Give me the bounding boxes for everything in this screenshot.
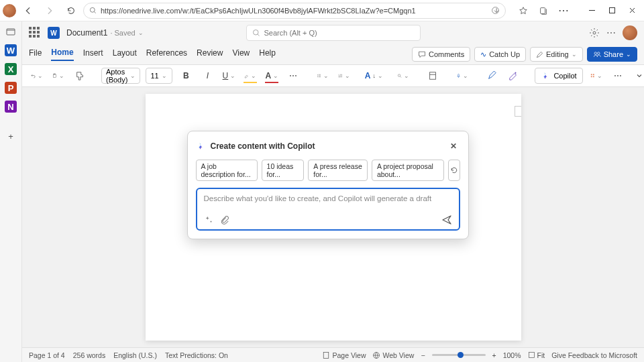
browser-menu-button[interactable]: ⋯	[554, 1, 573, 20]
svg-point-1	[492, 7, 499, 14]
tab-layout[interactable]: Layout	[113, 48, 137, 60]
send-button[interactable]	[441, 215, 452, 225]
svg-point-8	[597, 52, 599, 54]
tab-view[interactable]: View	[232, 48, 250, 60]
powerpoint-app-icon[interactable]: P	[5, 82, 17, 94]
chevron-down-icon: ⌄	[138, 29, 144, 36]
refresh-button[interactable]	[62, 1, 80, 20]
copilot-popover: Create content with Copilot ✕ A job desc…	[187, 131, 469, 239]
dictate-button[interactable]: ⌄	[454, 68, 470, 84]
app-launcher-icon[interactable]	[29, 27, 41, 39]
address-bar[interactable]	[83, 3, 506, 19]
underline-button[interactable]: U⌄	[221, 68, 237, 84]
svg-rect-16	[458, 74, 460, 76]
format-painter-button[interactable]	[72, 68, 88, 84]
italic-button[interactable]: I	[199, 68, 215, 84]
highlight-button[interactable]: ⌄	[242, 68, 258, 84]
refresh-suggestions-button[interactable]	[448, 160, 460, 181]
profile-avatar[interactable]	[3, 4, 16, 17]
svg-rect-18	[591, 76, 592, 77]
zoom-level[interactable]: 100%	[503, 351, 521, 359]
tab-home[interactable]: Home	[51, 48, 73, 61]
onenote-app-icon[interactable]: N	[5, 101, 17, 113]
word-count[interactable]: 256 words	[73, 351, 105, 359]
chip-job-description[interactable]: A job description for...	[196, 160, 258, 181]
excel-app-icon[interactable]: X	[5, 63, 17, 75]
add-app-icon[interactable]: +	[5, 130, 17, 142]
copilot-suggestions: A job description for... 10 ideas for...…	[196, 160, 460, 181]
designer-button[interactable]	[425, 68, 441, 84]
zoom-in-button[interactable]: +	[492, 351, 496, 359]
back-button[interactable]	[19, 1, 38, 20]
web-view-button[interactable]: Web View	[372, 351, 414, 359]
more-ribbon-button[interactable]: ⋯	[610, 68, 626, 84]
page-view-button[interactable]: Page View	[322, 351, 366, 359]
bold-button[interactable]: B	[178, 68, 194, 84]
zoom-out-button[interactable]: −	[421, 351, 425, 359]
more-font-button[interactable]: ⋯	[285, 68, 301, 84]
more-icon[interactable]: ⋯	[606, 27, 616, 38]
tab-review[interactable]: Review	[197, 48, 223, 60]
chip-proposal[interactable]: A project proposal about...	[372, 160, 444, 181]
sparkle-icon[interactable]	[204, 215, 213, 225]
collapse-ribbon-button[interactable]	[631, 68, 644, 84]
page-indicator[interactable]: Page 1 of 4	[29, 351, 65, 359]
favorites-button[interactable]	[514, 1, 533, 20]
lock-icon	[89, 7, 97, 14]
styles-button[interactable]: A↓⌄	[366, 68, 382, 84]
share-button[interactable]: Share⌄	[587, 47, 637, 62]
font-color-button[interactable]: A⌄	[264, 68, 280, 84]
editor-button[interactable]	[484, 68, 500, 84]
search-box[interactable]: Search (Alt + Q)	[246, 25, 421, 41]
svg-point-14	[398, 74, 401, 77]
find-button[interactable]: ⌄	[395, 68, 411, 84]
url-input[interactable]	[101, 7, 487, 15]
language-indicator[interactable]: English (U.S.)	[113, 351, 157, 359]
copilot-ribbon-button[interactable]: Copilot	[535, 68, 582, 84]
font-size-select[interactable]: 11⌄	[146, 68, 172, 84]
app-rail: W X P N +	[0, 21, 22, 362]
bullets-button[interactable]: ⌄	[315, 68, 331, 84]
svg-rect-4	[7, 29, 15, 35]
svg-rect-9	[54, 74, 56, 78]
account-avatar[interactable]	[623, 25, 637, 40]
word-logo-icon: W	[48, 27, 60, 39]
document-title[interactable]: Document1 · Saved ⌄	[66, 28, 144, 38]
zoom-slider[interactable]	[432, 354, 486, 356]
attach-icon[interactable]	[220, 215, 229, 225]
feedback-link[interactable]: Give Feedback to Microsoft	[551, 351, 637, 359]
comments-button[interactable]: Comments	[412, 47, 470, 62]
paste-button[interactable]: ⌄	[50, 68, 66, 84]
copilot-icon	[196, 141, 205, 151]
copilot-textarea[interactable]	[204, 194, 452, 206]
tab-file[interactable]: File	[29, 48, 42, 60]
tab-insert[interactable]: Insert	[83, 48, 103, 60]
chip-press-release[interactable]: A press release for...	[308, 160, 368, 181]
grid-view-button[interactable]: ⌄	[588, 68, 604, 84]
collections-button[interactable]	[534, 1, 553, 20]
text-predictions-indicator[interactable]: Text Predictions: On	[165, 351, 228, 359]
tab-references[interactable]: References	[146, 48, 187, 60]
chip-ideas[interactable]: 10 ideas for...	[262, 160, 305, 181]
svg-rect-23	[529, 352, 534, 357]
undo-button[interactable]: ⌄	[29, 68, 45, 84]
ribbon-toolbar: ⌄ ⌄ Aptos (Body)⌄ 11⌄ B I U⌄ ⌄ A⌄ ⋯ ⌄ ⌄ …	[22, 64, 644, 87]
editing-mode-button[interactable]: Editing⌄	[530, 47, 583, 62]
word-app-icon[interactable]: W	[5, 44, 17, 56]
numbering-button[interactable]: ⌄	[336, 68, 352, 84]
maximize-button[interactable]	[602, 1, 621, 20]
minimize-button[interactable]	[582, 1, 601, 20]
document-page[interactable]: Create content with Copilot ✕ A job desc…	[146, 94, 521, 341]
fit-button[interactable]: Fit	[528, 351, 545, 359]
document-canvas[interactable]: Create content with Copilot ✕ A job desc…	[22, 87, 644, 347]
read-aloud-icon[interactable]	[491, 6, 500, 15]
close-window-button[interactable]	[623, 1, 641, 20]
font-name-select[interactable]: Aptos (Body)⌄	[101, 68, 140, 84]
files-icon[interactable]	[5, 25, 17, 38]
forward-button[interactable]	[40, 1, 59, 20]
copilot-close-button[interactable]: ✕	[447, 139, 460, 153]
rewrite-button[interactable]	[505, 68, 521, 84]
tab-help[interactable]: Help	[259, 48, 276, 60]
catchup-button[interactable]: ∿Catch Up	[474, 47, 526, 62]
settings-icon[interactable]	[589, 27, 600, 38]
